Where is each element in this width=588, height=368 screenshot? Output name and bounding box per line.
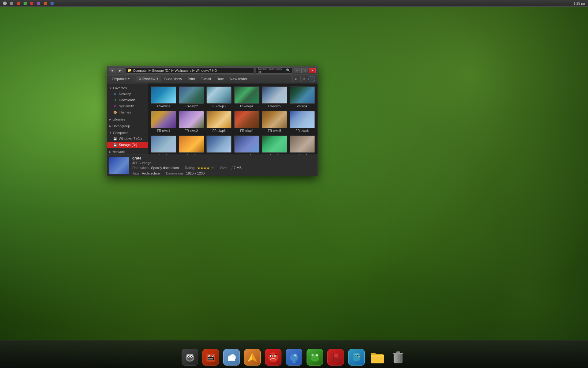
file-item[interactable]: fr-wp5 <box>261 134 288 155</box>
burn-button[interactable]: Burn <box>214 76 227 82</box>
windows7c-icon: 💾 <box>113 136 117 141</box>
breadcrumb-wallpapers[interactable]: Wallpapers <box>175 69 191 72</box>
organize-button[interactable]: Organize ▼ <box>109 76 133 82</box>
organize-label: Organize <box>112 77 127 81</box>
arrow-dock-icon[interactable] <box>243 348 262 366</box>
app-icon-3[interactable] <box>23 1 28 6</box>
sidebar-item-downloads[interactable]: ⬇ Downloads <box>107 97 148 103</box>
sidebar-computer-header[interactable]: ▼ Computer <box>107 130 148 136</box>
file-explorer-window: ◀ ▶ 📁 Computer ▶ Storage (D:) ▶ Wallpape… <box>107 66 318 176</box>
file-item[interactable]: fr-wp4 <box>233 134 261 155</box>
window-toolbar: Organize ▼ 🖼 Preview ▼ Slide show Print … <box>107 75 318 83</box>
status-info: grate JPEG image Date taken: Specify dat… <box>132 156 242 175</box>
file-item[interactable]: FR-olwp6 <box>289 110 316 134</box>
breadcrumb-drive[interactable]: Storage (D:) <box>152 69 170 72</box>
view-details-button[interactable]: ≡ <box>292 76 299 82</box>
window-titlebar: ◀ ▶ 📁 Computer ▶ Storage (D:) ▶ Wallpape… <box>107 66 318 75</box>
file-name: FR-olwp2 <box>185 129 198 132</box>
sidebar-libraries-header[interactable]: ▶ Libraries <box>107 117 148 122</box>
app-icon-4[interactable] <box>29 1 34 6</box>
address-bar[interactable]: 📁 Computer ▶ Storage (D:) ▶ Wallpapers ▶… <box>125 67 254 74</box>
apple-icon[interactable] <box>2 1 7 6</box>
preview-button[interactable]: 🖼 Preview ▼ <box>136 76 161 82</box>
file-item[interactable]: FR-olwp2 <box>178 110 205 134</box>
svg-point-32 <box>274 355 276 357</box>
email-button[interactable]: E-mail <box>198 76 213 82</box>
sidebar-homegroup-header[interactable]: ▶ Homegroup <box>107 123 148 129</box>
badger-dock-icon[interactable] <box>181 348 199 366</box>
stars-empty: ★ <box>211 166 214 170</box>
forward-button[interactable]: ▶ <box>117 68 123 73</box>
cloud-dock-icon[interactable]: ☁ <box>222 348 241 366</box>
frog-dock-icon[interactable] <box>306 348 324 366</box>
chair-dock-icon[interactable] <box>326 348 345 366</box>
print-label: Print <box>187 77 195 81</box>
maximize-button[interactable]: □ <box>301 68 308 73</box>
sidebar-item-storageD[interactable]: 💾 Storage (D:) <box>107 142 148 148</box>
app-icon-5[interactable] <box>36 1 41 6</box>
computer-label: Computer <box>113 131 128 135</box>
date-label: Date taken: <box>132 166 149 170</box>
bird2-dock-icon[interactable] <box>347 348 366 366</box>
taskbar-right: 1:25 μμ <box>574 2 588 5</box>
print-button[interactable]: Print <box>185 76 198 82</box>
sidebar: ▼ Favorites 🖥 Desktop ⬇ Downloads ⚙ Syst… <box>107 83 148 155</box>
minimize-button[interactable]: ─ <box>294 68 300 73</box>
sidebar-item-windows7c[interactable]: 💾 Windows 7 (C:) <box>107 136 148 142</box>
help-button[interactable]: ? <box>308 76 315 82</box>
sidebar-system32-label: System32 <box>119 104 134 108</box>
organize-chevron: ▼ <box>128 78 130 80</box>
app-icon-6[interactable] <box>43 1 48 6</box>
file-item[interactable]: FR-olwp5 <box>261 110 288 134</box>
file-item[interactable]: ES-olwp4 <box>233 85 261 109</box>
folder-dock-icon[interactable] <box>368 348 386 366</box>
svg-text:☁: ☁ <box>230 360 233 363</box>
slideshow-button[interactable]: Slide show <box>162 76 184 82</box>
taskbar-left <box>0 1 55 6</box>
file-item[interactable]: FR-olwp3 <box>205 110 233 134</box>
svg-point-13 <box>191 356 192 357</box>
file-item[interactable]: fr-wp1 <box>150 134 177 155</box>
sidebar-item-themes[interactable]: 🎨 Themes <box>107 109 148 115</box>
file-item[interactable]: ES-olwp1 <box>150 85 177 109</box>
sidebar-favorites-header[interactable]: ▼ Favorites <box>107 85 148 91</box>
search-icon[interactable]: 🔍 <box>286 68 290 72</box>
libraries-chevron: ▶ <box>109 118 111 121</box>
breadcrumb-folder[interactable]: Windows7 HD <box>196 69 217 72</box>
file-name: es-wp4 <box>297 105 307 108</box>
app-icon-7[interactable] <box>50 1 55 6</box>
file-item[interactable]: fr-wp2 <box>178 134 205 155</box>
sidebar-network-header[interactable]: ▶ Network <box>107 149 148 155</box>
search-box[interactable]: Search Windows7 HD 🔍 <box>256 67 292 74</box>
breadcrumb-computer[interactable]: Computer <box>133 69 148 72</box>
sidebar-storageD-label: Storage (D:) <box>119 143 137 147</box>
new-folder-button[interactable]: New folder <box>227 76 250 82</box>
file-thumbnail <box>151 136 176 153</box>
file-item[interactable]: ES-olwp2 <box>178 85 205 109</box>
domo-dock-icon[interactable] <box>202 348 220 366</box>
file-item[interactable]: es-wp4 <box>289 85 316 109</box>
file-item[interactable]: fr-wp3 <box>205 134 233 155</box>
file-item[interactable]: ES-olwp3 <box>205 85 233 109</box>
view-icons-button[interactable]: ⊞ <box>300 76 307 82</box>
file-item[interactable]: ES-olwp5 <box>261 85 288 109</box>
file-item[interactable]: FR-olwp4 <box>233 110 261 134</box>
trash-dock-icon[interactable] <box>389 348 407 366</box>
bird-dock-icon[interactable] <box>285 348 303 366</box>
file-item[interactable]: FR-olwp1 <box>150 110 177 134</box>
window-content: ▼ Favorites 🖥 Desktop ⬇ Downloads ⚙ Syst… <box>107 83 318 155</box>
sidebar-item-desktop[interactable]: 🖥 Desktop <box>107 91 148 97</box>
close-button[interactable]: ✕ <box>309 68 316 73</box>
file-item[interactable]: gb-wp1 <box>289 134 316 155</box>
app-icon-1[interactable] <box>9 1 14 6</box>
sidebar-item-system32[interactable]: ⚙ System32 <box>107 103 148 109</box>
back-button[interactable]: ◀ <box>109 68 115 73</box>
favorites-label: Favorites <box>113 86 127 90</box>
themes-icon: 🎨 <box>113 110 117 114</box>
face-dock-icon[interactable] <box>264 348 282 366</box>
file-name: ES-olwp3 <box>213 105 226 108</box>
sep2: ▶ <box>171 68 174 72</box>
network-label: Network <box>112 150 125 154</box>
app-icon-2[interactable] <box>16 1 21 6</box>
file-area[interactable]: ES-olwp1ES-olwp2ES-olwp3ES-olwp4ES-olwp5… <box>148 83 318 155</box>
